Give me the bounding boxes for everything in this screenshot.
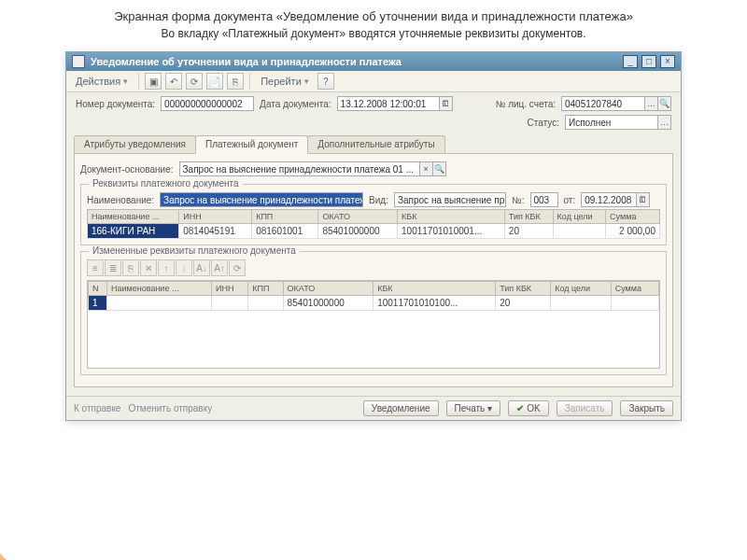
grid2-col-5[interactable]: КБК	[374, 282, 496, 296]
basis-search-button[interactable]: 🔍	[433, 161, 446, 176]
menu-actions[interactable]: Действия▾	[70, 74, 134, 89]
from-label: от:	[564, 195, 576, 205]
grid2-col-8[interactable]: Сумма	[611, 282, 658, 296]
fieldset-requisites: Реквизиты платежного документа Наименова…	[80, 184, 667, 245]
fieldset-requisites-legend: Реквизиты платежного документа	[89, 178, 243, 189]
grid-requisites[interactable]: Наименование ... ИНН КПП ОКАТО КБК Тип К…	[87, 209, 660, 239]
restore-button[interactable]: □	[641, 55, 656, 68]
grid1-col-0[interactable]: Наименование ...	[88, 210, 179, 224]
grid2-col-0[interactable]: N	[89, 282, 107, 296]
grid1-col-7[interactable]: Сумма	[606, 210, 660, 224]
grid2-col-4[interactable]: ОКАТО	[283, 282, 374, 296]
toolbar-icon-4[interactable]: 📄	[206, 73, 223, 90]
toolbar-icon-1[interactable]: ▣	[145, 73, 162, 90]
num-input[interactable]: 003	[530, 192, 558, 207]
toolbar-icon-5[interactable]: ⎘	[227, 73, 244, 90]
grid1-col-4[interactable]: КБК	[398, 210, 505, 224]
page-title: Экранная форма документа «Уведомление об…	[0, 0, 747, 25]
grid2-moveup-button[interactable]: ↑	[158, 259, 175, 276]
toolbar-help-icon[interactable]: ?	[317, 73, 334, 90]
grid2-edit-button[interactable]: ≣	[105, 259, 121, 276]
kind-input[interactable]: Запрос на выяснение при...	[394, 192, 506, 207]
grid2-scroll[interactable]: N Наименование ... ИНН КПП ОКАТО КБК Тип…	[87, 280, 660, 369]
fieldset-changed: Измененные реквизиты платежного документ…	[80, 251, 667, 375]
grid2-delete-button[interactable]: ✕	[140, 259, 157, 276]
status-label: Статус:	[528, 118, 559, 128]
grid2-col-6[interactable]: Тип КБК	[496, 282, 551, 296]
grid1-col-1[interactable]: ИНН	[179, 210, 252, 224]
tab-payment-document[interactable]: Платежный документ	[195, 135, 308, 154]
account-lookup-button[interactable]: …	[645, 96, 658, 111]
basis-clear-button[interactable]: ×	[420, 161, 433, 176]
basis-label: Документ-основание:	[80, 164, 174, 175]
account-input[interactable]: 04051207840	[561, 96, 645, 111]
status-lookup-button[interactable]: …	[658, 115, 671, 130]
app-window: Уведомление об уточнении вида и принадле…	[65, 51, 682, 421]
doc-date-label: Дата документа:	[260, 99, 331, 109]
grid2-movedown-button[interactable]: ↓	[176, 259, 192, 276]
account-label: № лиц. счета:	[496, 99, 556, 109]
menubar: Действия▾ ▣ ↶ ⟳ 📄 ⎘ Перейти▾ ?	[66, 71, 681, 92]
name-input[interactable]: Запрос на выяснение принадлежности плате…	[160, 192, 363, 207]
from-date-picker-button[interactable]: 🗓	[637, 192, 650, 207]
grid2-col-1[interactable]: Наименование ...	[107, 282, 212, 296]
from-date-input[interactable]: 09.12.2008	[581, 192, 637, 207]
status-input[interactable]: Исполнен	[565, 115, 658, 130]
doc-number-label: Номер документа:	[76, 99, 155, 109]
cancel-send-link[interactable]: Отменить отправку	[128, 403, 212, 413]
grid-changed[interactable]: N Наименование ... ИНН КПП ОКАТО КБК Тип…	[88, 281, 659, 311]
grid2-toolbar: ≡ ≣ ⎘ ✕ ↑ ↓ A↓ A↑ ⟳	[87, 258, 660, 280]
kind-label: Вид:	[369, 195, 388, 205]
basis-input[interactable]: Запрос на выяснение принадлежности плате…	[179, 161, 420, 176]
grid2-sortasc-button[interactable]: A↓	[193, 259, 210, 276]
grid2-col-3[interactable]: КПП	[248, 282, 283, 296]
notify-button[interactable]: Уведомление	[363, 400, 439, 416]
menu-goto[interactable]: Перейти▾	[255, 74, 315, 89]
grid2-refresh-button[interactable]: ⟳	[229, 259, 246, 276]
tablist: Атрибуты уведомления Платежный документ …	[66, 135, 681, 154]
grid1-col-3[interactable]: ОКАТО	[318, 210, 398, 224]
grid1-row-0[interactable]: 166-КИГИ РАН 0814045191 081601001 854010…	[88, 224, 660, 239]
window-title: Уведомление об уточнении вида и принадле…	[91, 56, 623, 67]
page-subtitle: Во вкладку «Платежный документ» вводятся…	[0, 25, 747, 51]
grid2-add-button[interactable]: ≡	[87, 259, 104, 276]
grid2-copy-button[interactable]: ⎘	[122, 259, 139, 276]
header-row-1: Номер документа: 000000000000002 Дата до…	[66, 92, 681, 115]
titlebar: Уведомление об уточнении вида и принадле…	[66, 52, 681, 71]
tab-additional-attributes[interactable]: Дополнительные атрибуты	[307, 135, 444, 154]
save-button[interactable]: Записать	[557, 400, 613, 416]
doc-date-input[interactable]: 13.12.2008 12:00:01	[337, 96, 440, 111]
close-button[interactable]: ×	[660, 55, 675, 68]
grid2-sortdesc-button[interactable]: A↑	[211, 259, 228, 276]
grid2-col-2[interactable]: ИНН	[212, 282, 248, 296]
tab-attributes[interactable]: Атрибуты уведомления	[74, 135, 196, 154]
toolbar-icon-3[interactable]: ⟳	[186, 73, 203, 90]
app-icon	[72, 55, 85, 68]
grid1-col-6[interactable]: Код цели	[553, 210, 606, 224]
header-row-2: Статус: Исполнен …	[66, 115, 681, 133]
num-label: №:	[512, 195, 525, 205]
doc-date-picker-button[interactable]: 🗓	[440, 96, 453, 111]
grid2-col-7[interactable]: Код цели	[551, 282, 611, 296]
fieldset-changed-legend: Измененные реквизиты платежного документ…	[89, 245, 300, 256]
tab-panel: Документ-основание: Запрос на выяснение …	[74, 153, 673, 387]
close-form-button[interactable]: Закрыть	[620, 400, 673, 416]
send-link[interactable]: К отправке	[74, 403, 120, 413]
doc-number-input[interactable]: 000000000000002	[161, 96, 254, 111]
bottombar: К отправке Отменить отправку Уведомление…	[66, 396, 681, 420]
toolbar-icon-2[interactable]: ↶	[165, 73, 182, 90]
grid2-row-0[interactable]: 1 85401000000 10011701010100... 20	[89, 296, 659, 311]
grid1-col-2[interactable]: КПП	[252, 210, 318, 224]
minimize-button[interactable]: _	[623, 55, 638, 68]
name-label: Наименование:	[87, 195, 154, 205]
print-button[interactable]: Печать▾	[446, 400, 501, 416]
grid1-col-5[interactable]: Тип КБК	[504, 210, 553, 224]
account-search-button[interactable]: 🔍	[658, 96, 671, 111]
ok-button[interactable]: ✔OK	[508, 400, 548, 416]
